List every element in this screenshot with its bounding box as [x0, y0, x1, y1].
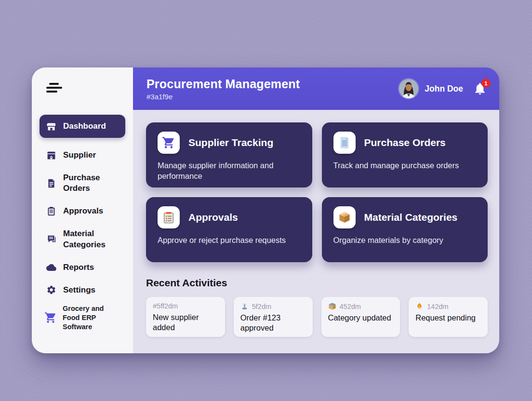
- sidebar-nav: Dashboard Supplier Purchase Orders Appro…: [40, 115, 125, 295]
- card-supplier-tracking[interactable]: Supplier Tracking Manage supplier inform…: [146, 122, 312, 187]
- card-title: Material Categories: [364, 212, 458, 223]
- header-user-area: John Doe 1: [399, 79, 487, 98]
- flame-icon: [415, 302, 424, 310]
- activity-text: Request pending: [415, 313, 481, 323]
- sidebar-item-dashboard[interactable]: Dashboard: [40, 115, 125, 138]
- fountain-icon: [240, 302, 249, 310]
- dashboard-content: Supplier Tracking Manage supplier inform…: [133, 110, 499, 353]
- sidebar-item-label: Material Categories: [63, 228, 119, 250]
- header-titles: Procurement Management #3a1f9e: [146, 77, 300, 101]
- hamburger-menu-icon[interactable]: [45, 83, 65, 94]
- sidebar-item-purchase-orders[interactable]: Purchase Orders: [40, 173, 125, 194]
- activity-text: Category updated: [328, 313, 394, 323]
- card-description: Organize materials by category: [333, 235, 477, 245]
- activity-card: 452dm Category updated: [321, 297, 400, 337]
- user-name: John Doe: [425, 84, 463, 94]
- sidebar: Dashboard Supplier Purchase Orders Appro…: [32, 67, 133, 353]
- gear-icon: [46, 285, 56, 295]
- card-description: Track and manage purchase orders: [333, 160, 477, 171]
- activity-time: 5f2dm: [252, 303, 271, 310]
- activity-time: 452dm: [340, 303, 361, 310]
- card-description: Approve or reject purchase requests: [158, 235, 301, 245]
- sidebar-brand: Grocery and Food ERP Software: [40, 304, 125, 332]
- sidebar-item-label: Settings: [63, 285, 95, 295]
- recent-activities-title: Recent Activities: [146, 277, 488, 289]
- activity-card: 5f2dm Order #123 approved: [234, 297, 313, 337]
- document-icon: [46, 178, 56, 188]
- avatar[interactable]: [399, 79, 418, 98]
- package-box-icon: [328, 302, 336, 310]
- storefront-icon: [46, 150, 56, 160]
- page-title: Procurement Management: [146, 77, 300, 91]
- card-material-categories[interactable]: Material Categories Organize materials b…: [322, 197, 488, 262]
- document-icon: [333, 132, 356, 154]
- activity-time: #5ff2dm: [153, 302, 178, 310]
- clipboard-icon: [46, 206, 56, 216]
- header: Procurement Management #3a1f9e John Doe …: [133, 67, 499, 110]
- activity-time: 142dm: [427, 303, 448, 310]
- sidebar-item-supplier[interactable]: Supplier: [40, 150, 125, 160]
- activity-card: 142dm Request pending: [409, 297, 488, 337]
- shopping-cart-icon: [158, 132, 180, 154]
- card-purchase-orders[interactable]: Purchase Orders Track and manage purchas…: [322, 122, 488, 187]
- sidebar-item-label: Supplier: [63, 150, 96, 160]
- page-subtitle: #3a1f9e: [146, 93, 300, 101]
- app-window: Dashboard Supplier Purchase Orders Appro…: [32, 67, 499, 353]
- sidebar-item-material-categories[interactable]: Material Categories: [40, 228, 125, 250]
- feature-cards-grid: Supplier Tracking Manage supplier inform…: [146, 122, 488, 262]
- sidebar-item-label: Purchase Orders: [63, 173, 119, 194]
- chat-document-icon: [46, 234, 56, 244]
- notification-badge: 1: [481, 79, 491, 88]
- main-pane: Procurement Management #3a1f9e John Doe …: [133, 67, 499, 353]
- sidebar-item-label: Approvals: [63, 206, 103, 216]
- activity-text: New supplier added: [153, 312, 218, 333]
- package-box-icon: [333, 206, 356, 228]
- sidebar-item-label: Dashboard: [63, 121, 106, 132]
- shopping-cart-icon: [44, 311, 57, 324]
- sidebar-brand-label: Grocery and Food ERP Software: [63, 304, 120, 332]
- sidebar-item-reports[interactable]: Reports: [40, 262, 125, 273]
- card-approvals[interactable]: Approvals Approve or reject purchase req…: [146, 197, 312, 262]
- home-icon: [46, 121, 56, 132]
- activity-text: Order #123 approved: [240, 313, 306, 333]
- sidebar-item-approvals[interactable]: Approvals: [40, 206, 125, 216]
- card-title: Supplier Tracking: [188, 137, 273, 148]
- card-title: Purchase Orders: [364, 137, 446, 148]
- cloud-icon: [46, 262, 56, 272]
- recent-activities-list: #5ff2dm New supplier added 5f2dm Order #…: [146, 297, 488, 337]
- card-description: Manage supplier information and performa…: [158, 160, 301, 182]
- sidebar-item-settings[interactable]: Settings: [40, 285, 125, 295]
- card-title: Approvals: [188, 212, 238, 223]
- sidebar-item-label: Reports: [63, 262, 94, 273]
- notification-bell-icon[interactable]: 1: [473, 82, 487, 95]
- activity-card: #5ff2dm New supplier added: [146, 297, 225, 337]
- clipboard-icon: [158, 206, 180, 228]
